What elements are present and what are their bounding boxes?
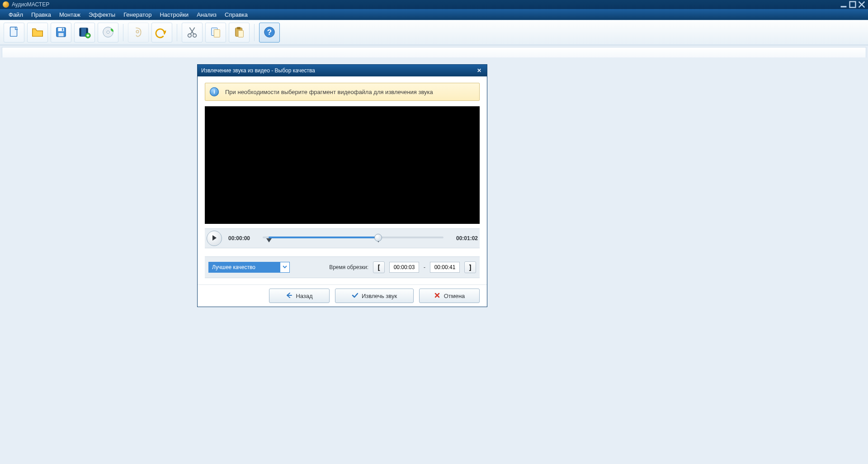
svg-rect-6 [62,28,63,31]
undo-button[interactable] [151,23,172,43]
extract-button-label: Извлечь звук [362,293,397,299]
help-icon: ? [263,25,276,40]
toolbar-separator [177,24,177,41]
slider-thumb[interactable] [374,234,382,241]
extract-audio-dialog: Извлечение звука из видео - Выбор качест… [197,64,487,307]
menu-file[interactable]: Файл [5,10,27,19]
svg-rect-19 [237,27,241,29]
dialog-body: i При необходимости выберите фрагмент ви… [198,76,487,284]
quality-combo-value: Лучшее качество [209,264,280,270]
info-message: При необходимости выберите фрагмент виде… [225,89,433,95]
dialog-title: Извлечение звука из видео - Выбор качест… [201,67,315,74]
quality-combo[interactable]: Лучшее качество [208,262,290,273]
trim-set-end-button[interactable]: ] [464,261,476,273]
main-toolbar: ? [0,20,868,45]
paste-button[interactable] [229,23,250,43]
cut-button[interactable] [182,23,203,43]
dialog-close-button[interactable]: ✕ [475,66,483,75]
svg-rect-1 [850,2,856,8]
dialog-titlebar: Извлечение звука из видео - Выбор качест… [198,65,487,76]
toolbar-separator [123,24,123,41]
back-button[interactable]: Назад [269,289,330,303]
trim-start-value: 00:00:03 [394,264,415,270]
current-time: 00:00:00 [228,235,256,241]
cancel-x-icon [434,292,440,300]
menu-montage[interactable]: Монтаж [55,10,85,19]
app-title: АудиоМАСТЕР [12,1,49,8]
menu-label: Генератор [123,11,151,18]
menu-settings[interactable]: Настройки [156,10,193,19]
app-icon [3,1,9,8]
check-icon [352,292,358,300]
menu-analysis[interactable]: Анализ [193,10,221,19]
extract-button[interactable]: Извлечь звук [335,289,414,303]
svg-rect-8 [80,28,81,36]
play-button[interactable] [207,231,222,246]
open-folder-icon [31,25,44,40]
bracket-left-icon: [ [378,264,380,271]
toolbar-separator [254,24,255,41]
info-banner: i При необходимости выберите фрагмент ви… [205,83,480,101]
back-button-label: Назад [296,293,312,299]
menu-label: Монтаж [59,11,80,18]
import-video-button[interactable] [74,23,95,43]
svg-rect-2 [10,27,17,36]
window-titlebar: АудиоМАСТЕР [0,0,868,9]
new-file-button[interactable] [4,23,24,43]
save-button[interactable] [51,23,71,43]
menu-generator[interactable]: Генератор [119,10,156,19]
svg-rect-5 [58,33,63,36]
open-file-button[interactable] [27,23,48,43]
video-preview [205,106,480,224]
slider-fill [269,237,377,238]
menu-edit[interactable]: Правка [27,10,55,19]
import-cd-button[interactable] [98,23,118,43]
svg-text:?: ? [267,28,272,36]
svg-rect-20 [238,30,243,37]
menu-bar: Файл Правка Монтаж Эффекты Генератор Нас… [0,9,868,20]
trim-start-marker[interactable] [266,238,272,242]
menu-effects[interactable]: Эффекты [85,10,119,19]
options-row: Лучшее качество Время обрезки: [ 00:00:0… [205,256,480,278]
seek-slider[interactable] [263,232,443,244]
record-button[interactable] [128,23,149,43]
add-video-icon [78,25,91,40]
cancel-button-label: Отмена [444,293,465,299]
cancel-button[interactable]: Отмена [419,289,480,303]
window-close-button[interactable] [858,1,865,8]
menu-help[interactable]: Справка [221,10,252,19]
window-minimize-button[interactable] [840,1,847,8]
combo-dropdown-button[interactable] [280,262,289,272]
close-icon: ✕ [477,67,481,74]
menu-label: Файл [9,11,23,18]
trim-dash: - [424,264,425,270]
info-icon: i [210,87,219,96]
trim-end-value: 00:00:41 [434,264,456,270]
arrow-left-icon [286,292,292,300]
copy-button[interactable] [205,23,226,43]
record-ear-icon [132,25,145,40]
chevron-down-icon [283,264,287,270]
menu-label: Справка [225,11,248,18]
bracket-right-icon: ] [469,264,472,271]
help-button[interactable]: ? [259,23,280,43]
trim-start-input[interactable]: 00:00:03 [389,262,419,273]
paste-icon [232,25,246,40]
trim-label: Время обрезки: [329,264,368,270]
menu-label: Настройки [160,11,189,18]
svg-point-12 [107,31,109,33]
menu-label: Анализ [197,11,217,18]
svg-rect-17 [214,29,220,37]
play-icon [211,235,217,242]
undo-icon [155,25,169,40]
player-controls: 00:00:00 00:01:02 [205,228,480,248]
menu-label: Эффекты [89,11,115,18]
total-time: 00:01:02 [450,235,478,241]
svg-point-13 [136,30,139,33]
trim-set-start-button[interactable]: [ [373,261,385,273]
new-file-icon [7,25,21,40]
cd-audio-icon [101,25,115,40]
dialog-footer: Назад Извлечь звук Отмена [198,284,487,307]
trim-end-input[interactable]: 00:00:41 [430,262,460,273]
window-maximize-button[interactable] [849,1,856,8]
